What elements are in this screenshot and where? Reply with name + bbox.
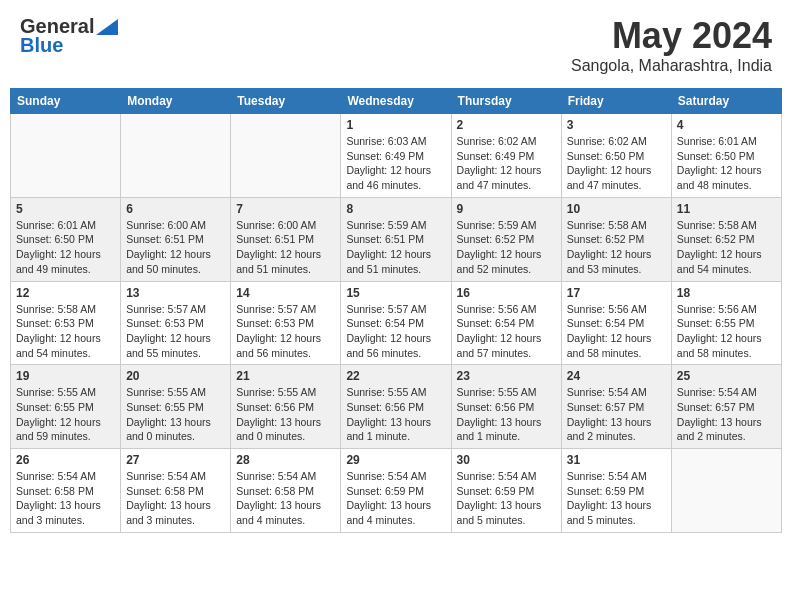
day-info: Sunrise: 6:02 AM Sunset: 6:49 PM Dayligh… [457,134,556,193]
logo-icon [96,19,118,35]
calendar-cell: 20Sunrise: 5:55 AM Sunset: 6:55 PM Dayli… [121,365,231,449]
calendar-cell: 19Sunrise: 5:55 AM Sunset: 6:55 PM Dayli… [11,365,121,449]
day-number: 2 [457,118,556,132]
calendar-cell [121,114,231,198]
calendar-cell: 12Sunrise: 5:58 AM Sunset: 6:53 PM Dayli… [11,281,121,365]
day-number: 7 [236,202,335,216]
day-number: 4 [677,118,776,132]
day-info: Sunrise: 6:00 AM Sunset: 6:51 PM Dayligh… [126,218,225,277]
weekday-header-row: SundayMondayTuesdayWednesdayThursdayFrid… [11,89,782,114]
day-info: Sunrise: 5:59 AM Sunset: 6:51 PM Dayligh… [346,218,445,277]
day-number: 31 [567,453,666,467]
page-header: General Blue May 2024 Sangola, Maharasht… [10,10,782,80]
day-info: Sunrise: 5:55 AM Sunset: 6:55 PM Dayligh… [16,385,115,444]
day-info: Sunrise: 6:02 AM Sunset: 6:50 PM Dayligh… [567,134,666,193]
weekday-header: Tuesday [231,89,341,114]
day-info: Sunrise: 5:59 AM Sunset: 6:52 PM Dayligh… [457,218,556,277]
calendar-cell: 10Sunrise: 5:58 AM Sunset: 6:52 PM Dayli… [561,197,671,281]
calendar-cell: 23Sunrise: 5:55 AM Sunset: 6:56 PM Dayli… [451,365,561,449]
calendar-cell: 7Sunrise: 6:00 AM Sunset: 6:51 PM Daylig… [231,197,341,281]
calendar-cell: 22Sunrise: 5:55 AM Sunset: 6:56 PM Dayli… [341,365,451,449]
day-number: 21 [236,369,335,383]
calendar-cell: 14Sunrise: 5:57 AM Sunset: 6:53 PM Dayli… [231,281,341,365]
month-title: May 2024 [571,15,772,57]
day-info: Sunrise: 5:54 AM Sunset: 6:57 PM Dayligh… [567,385,666,444]
day-number: 24 [567,369,666,383]
calendar-cell: 16Sunrise: 5:56 AM Sunset: 6:54 PM Dayli… [451,281,561,365]
calendar-week-row: 12Sunrise: 5:58 AM Sunset: 6:53 PM Dayli… [11,281,782,365]
day-info: Sunrise: 5:56 AM Sunset: 6:54 PM Dayligh… [457,302,556,361]
day-info: Sunrise: 5:55 AM Sunset: 6:55 PM Dayligh… [126,385,225,444]
calendar-cell [231,114,341,198]
day-info: Sunrise: 6:01 AM Sunset: 6:50 PM Dayligh… [677,134,776,193]
weekday-header: Friday [561,89,671,114]
day-info: Sunrise: 5:57 AM Sunset: 6:53 PM Dayligh… [236,302,335,361]
calendar-cell: 6Sunrise: 6:00 AM Sunset: 6:51 PM Daylig… [121,197,231,281]
calendar-week-row: 19Sunrise: 5:55 AM Sunset: 6:55 PM Dayli… [11,365,782,449]
day-number: 25 [677,369,776,383]
weekday-header: Monday [121,89,231,114]
calendar-cell: 13Sunrise: 5:57 AM Sunset: 6:53 PM Dayli… [121,281,231,365]
day-number: 13 [126,286,225,300]
day-info: Sunrise: 5:55 AM Sunset: 6:56 PM Dayligh… [346,385,445,444]
day-number: 1 [346,118,445,132]
day-info: Sunrise: 5:58 AM Sunset: 6:52 PM Dayligh… [567,218,666,277]
weekday-header: Saturday [671,89,781,114]
day-number: 26 [16,453,115,467]
calendar-week-row: 26Sunrise: 5:54 AM Sunset: 6:58 PM Dayli… [11,449,782,533]
calendar-cell [11,114,121,198]
logo-blue-text: Blue [20,34,63,57]
calendar-cell: 25Sunrise: 5:54 AM Sunset: 6:57 PM Dayli… [671,365,781,449]
day-number: 8 [346,202,445,216]
day-info: Sunrise: 6:03 AM Sunset: 6:49 PM Dayligh… [346,134,445,193]
day-number: 10 [567,202,666,216]
day-number: 14 [236,286,335,300]
day-info: Sunrise: 5:54 AM Sunset: 6:58 PM Dayligh… [16,469,115,528]
calendar-cell: 1Sunrise: 6:03 AM Sunset: 6:49 PM Daylig… [341,114,451,198]
day-info: Sunrise: 5:54 AM Sunset: 6:59 PM Dayligh… [567,469,666,528]
calendar-cell: 18Sunrise: 5:56 AM Sunset: 6:55 PM Dayli… [671,281,781,365]
title-block: May 2024 Sangola, Maharashtra, India [571,15,772,75]
day-number: 15 [346,286,445,300]
day-number: 23 [457,369,556,383]
calendar-cell: 9Sunrise: 5:59 AM Sunset: 6:52 PM Daylig… [451,197,561,281]
calendar-week-row: 1Sunrise: 6:03 AM Sunset: 6:49 PM Daylig… [11,114,782,198]
day-info: Sunrise: 5:58 AM Sunset: 6:52 PM Dayligh… [677,218,776,277]
calendar-cell: 26Sunrise: 5:54 AM Sunset: 6:58 PM Dayli… [11,449,121,533]
calendar-cell: 4Sunrise: 6:01 AM Sunset: 6:50 PM Daylig… [671,114,781,198]
day-number: 9 [457,202,556,216]
day-info: Sunrise: 5:54 AM Sunset: 6:57 PM Dayligh… [677,385,776,444]
calendar-cell: 2Sunrise: 6:02 AM Sunset: 6:49 PM Daylig… [451,114,561,198]
day-number: 22 [346,369,445,383]
day-number: 27 [126,453,225,467]
calendar-cell: 29Sunrise: 5:54 AM Sunset: 6:59 PM Dayli… [341,449,451,533]
calendar-week-row: 5Sunrise: 6:01 AM Sunset: 6:50 PM Daylig… [11,197,782,281]
day-number: 17 [567,286,666,300]
day-info: Sunrise: 5:54 AM Sunset: 6:58 PM Dayligh… [126,469,225,528]
day-info: Sunrise: 5:57 AM Sunset: 6:54 PM Dayligh… [346,302,445,361]
calendar-cell: 8Sunrise: 5:59 AM Sunset: 6:51 PM Daylig… [341,197,451,281]
location-subtitle: Sangola, Maharashtra, India [571,57,772,75]
day-number: 19 [16,369,115,383]
day-number: 18 [677,286,776,300]
day-number: 28 [236,453,335,467]
day-info: Sunrise: 5:56 AM Sunset: 6:54 PM Dayligh… [567,302,666,361]
svg-marker-0 [96,19,118,35]
calendar-cell: 3Sunrise: 6:02 AM Sunset: 6:50 PM Daylig… [561,114,671,198]
day-number: 11 [677,202,776,216]
day-info: Sunrise: 5:54 AM Sunset: 6:58 PM Dayligh… [236,469,335,528]
day-info: Sunrise: 5:54 AM Sunset: 6:59 PM Dayligh… [346,469,445,528]
calendar-cell: 28Sunrise: 5:54 AM Sunset: 6:58 PM Dayli… [231,449,341,533]
day-info: Sunrise: 6:01 AM Sunset: 6:50 PM Dayligh… [16,218,115,277]
calendar-cell: 15Sunrise: 5:57 AM Sunset: 6:54 PM Dayli… [341,281,451,365]
day-info: Sunrise: 6:00 AM Sunset: 6:51 PM Dayligh… [236,218,335,277]
day-info: Sunrise: 5:56 AM Sunset: 6:55 PM Dayligh… [677,302,776,361]
day-info: Sunrise: 5:55 AM Sunset: 6:56 PM Dayligh… [236,385,335,444]
weekday-header: Sunday [11,89,121,114]
calendar-cell: 27Sunrise: 5:54 AM Sunset: 6:58 PM Dayli… [121,449,231,533]
logo: General Blue [20,15,118,57]
calendar-cell: 31Sunrise: 5:54 AM Sunset: 6:59 PM Dayli… [561,449,671,533]
day-number: 29 [346,453,445,467]
calendar-cell: 11Sunrise: 5:58 AM Sunset: 6:52 PM Dayli… [671,197,781,281]
calendar-cell [671,449,781,533]
